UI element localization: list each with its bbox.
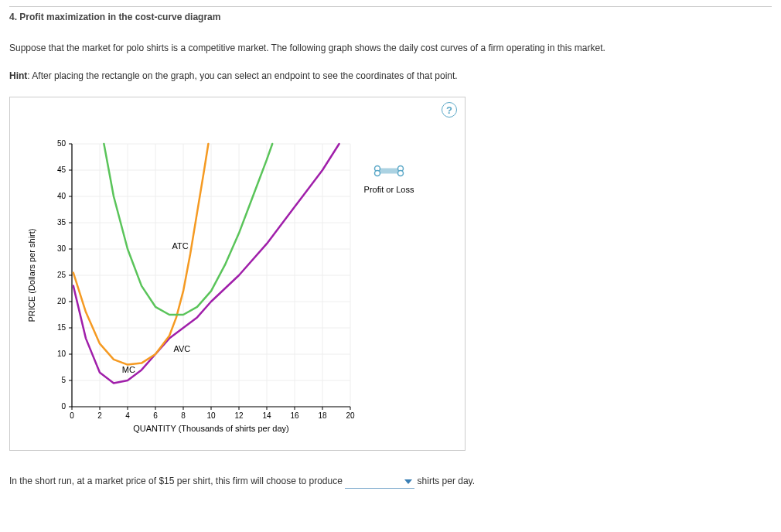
svg-text:18: 18 bbox=[318, 411, 327, 420]
svg-text:6: 6 bbox=[153, 411, 158, 420]
svg-text:20: 20 bbox=[346, 411, 355, 420]
svg-point-77 bbox=[398, 171, 404, 176]
question-number: 4. bbox=[9, 12, 17, 22]
svg-point-75 bbox=[375, 171, 380, 176]
svg-text:2: 2 bbox=[97, 411, 102, 420]
svg-text:PRICE (Dollars per shirt): PRICE (Dollars per shirt) bbox=[27, 228, 36, 322]
svg-text:4: 4 bbox=[125, 411, 130, 420]
svg-text:5: 5 bbox=[61, 376, 66, 384]
question-header: 4. Profit maximization in the cost-curve… bbox=[9, 6, 772, 27]
sentence-suffix: shirts per day. bbox=[418, 476, 475, 486]
svg-text:12: 12 bbox=[234, 411, 244, 420]
svg-text:35: 35 bbox=[57, 218, 67, 227]
svg-text:8: 8 bbox=[181, 411, 186, 420]
hint-text: : After placing the rectangle on the gra… bbox=[27, 70, 457, 81]
svg-text:10: 10 bbox=[206, 411, 216, 420]
svg-text:MC: MC bbox=[122, 365, 135, 374]
svg-text:20: 20 bbox=[57, 297, 67, 305]
svg-text:Profit or Loss: Profit or Loss bbox=[364, 185, 414, 194]
svg-text:AVC: AVC bbox=[173, 344, 190, 353]
svg-text:16: 16 bbox=[290, 411, 299, 420]
answer-dropdown[interactable] bbox=[345, 475, 414, 489]
svg-text:25: 25 bbox=[57, 271, 67, 279]
svg-text:ATC: ATC bbox=[172, 241, 189, 251]
svg-text:14: 14 bbox=[262, 411, 271, 420]
svg-text:QUANTITY (Thousands of shirts : QUANTITY (Thousands of shirts per day) bbox=[133, 424, 289, 433]
hint-label: Hint bbox=[9, 70, 27, 81]
svg-text:40: 40 bbox=[57, 192, 67, 200]
svg-text:15: 15 bbox=[57, 323, 67, 332]
question-title: Profit maximization in the cost-curve di… bbox=[19, 12, 220, 22]
svg-text:10: 10 bbox=[57, 350, 67, 358]
sentence-prefix: In the short run, at a market price of $… bbox=[9, 476, 343, 486]
svg-text:30: 30 bbox=[57, 244, 67, 253]
fill-in-sentence: In the short run, at a market price of $… bbox=[9, 474, 772, 489]
graph-container[interactable]: ? 0246810121416182005101520253035404550Q… bbox=[9, 97, 466, 451]
svg-text:45: 45 bbox=[57, 165, 67, 174]
chevron-down-icon bbox=[404, 479, 412, 484]
cost-curve-chart[interactable]: 0246810121416182005101520253035404550QUA… bbox=[10, 97, 466, 452]
svg-text:50: 50 bbox=[57, 139, 67, 148]
intro-paragraph: Suppose that the market for polo shirts … bbox=[9, 41, 772, 55]
help-icon[interactable]: ? bbox=[442, 102, 457, 118]
svg-rect-73 bbox=[377, 169, 401, 173]
svg-text:0: 0 bbox=[61, 402, 66, 411]
svg-text:0: 0 bbox=[70, 411, 74, 420]
hint-paragraph: Hint: After placing the rectangle on the… bbox=[9, 69, 772, 83]
